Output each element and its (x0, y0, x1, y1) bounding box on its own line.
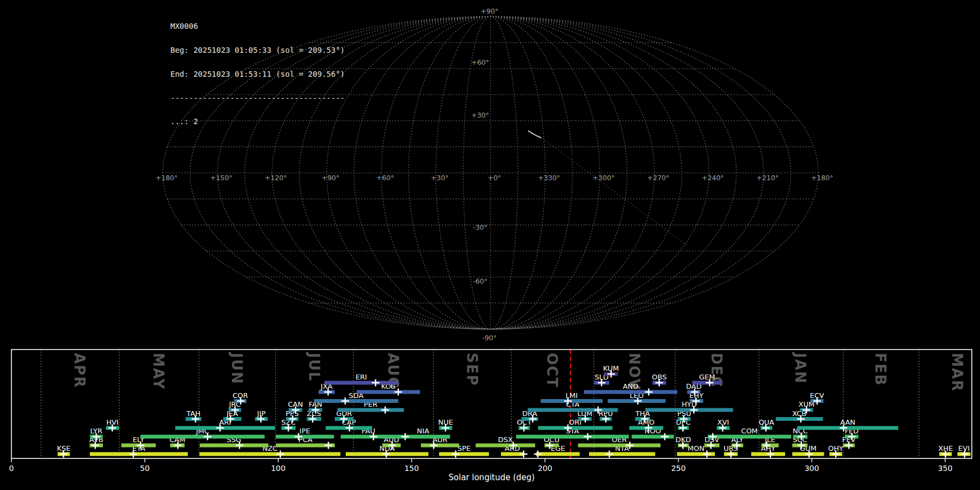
shower-peak-marker (584, 433, 591, 440)
meteor-path-dotted (542, 138, 689, 247)
map-lon-label: +240° (702, 174, 724, 182)
shower-activity-bar (276, 435, 334, 439)
month-label: OCT (544, 353, 560, 388)
shower-activity-bar (584, 390, 678, 394)
shower-code-label: LMI (566, 391, 578, 400)
shower-code-label: NIA (417, 427, 430, 435)
shower-activity-bar (140, 435, 265, 439)
map-lon-label: +300° (592, 174, 615, 182)
shower-peak-marker (645, 389, 653, 396)
shower-activity-bar (439, 452, 489, 456)
shower-code-label: XHE (938, 444, 953, 452)
shower-KUM: KUM (603, 364, 619, 378)
map-lon-label: +0° (488, 174, 501, 182)
shower-LYR: LYR (90, 427, 103, 440)
shower-HVI: HVI (106, 418, 119, 432)
shower-code-label: MON (688, 444, 705, 452)
shower-activity-chart: APRMAYJUNJULAUGSEPOCTNOVDECJANFEBMARKSEE… (9, 350, 972, 482)
shower-XHE: XHE (938, 444, 953, 458)
x-tick-label: 50 (140, 464, 150, 473)
shower-code-label: NUE (438, 418, 453, 426)
shower-KSE: KSE (57, 444, 71, 458)
map-lat-label: +30° (471, 111, 489, 119)
shower-activity-bar (175, 426, 275, 430)
map-meridian (491, 17, 682, 329)
shower-code-label: DSX (498, 436, 513, 444)
shower-NUE: NUE (438, 418, 453, 432)
map-lat-label: +60° (471, 58, 489, 66)
shower-code-label: HVI (106, 418, 119, 426)
shower-code-label: TAH (186, 409, 201, 418)
x-tick-label: 300 (805, 464, 819, 473)
shower-activity-bar (476, 444, 535, 448)
month-label: MAR (949, 353, 965, 392)
shower-OHY: OHY (828, 444, 843, 458)
x-tick-label: 250 (671, 464, 686, 473)
x-axis-title: Solar longitude (deg) (449, 473, 535, 482)
shower-code-label: XVI (717, 418, 729, 426)
shower-code-label: OBS (652, 373, 666, 381)
shower-activity-bar (578, 444, 660, 448)
map-lon-label: +180° (156, 174, 178, 182)
shower-code-label: JIP (256, 409, 266, 418)
shower-OBS: OBS (652, 373, 666, 387)
month-label: FEB (872, 353, 889, 386)
shower-COR: COR (232, 391, 248, 405)
shower-code-label: LYR (90, 427, 103, 435)
shower-XVI: XVI (717, 418, 730, 432)
shower-activity-bar (589, 452, 656, 456)
map-lon-label: +120° (265, 174, 287, 182)
month-label: SEP (464, 353, 480, 387)
shower-code-label: KUM (603, 364, 619, 372)
month-label: JUN (229, 352, 245, 385)
shower-code-label: QUA (758, 418, 774, 426)
shower-code-label: ERI (356, 373, 367, 381)
map-lon-label: +60° (376, 174, 394, 182)
shower-code-label: KSE (57, 444, 71, 452)
map-lat-label: -30° (473, 223, 488, 231)
map-lon-label: +30° (431, 174, 449, 182)
shower-code-label: COR (232, 391, 248, 400)
shower-activity-bar (528, 408, 618, 412)
shower-activity-bar (90, 452, 188, 456)
shower-peak-marker (534, 451, 542, 458)
shower-code-label: AAN (840, 418, 855, 426)
shower-activity-bar (199, 452, 340, 456)
map-lon-label: +180° (811, 174, 834, 182)
shower-peak-marker (324, 442, 332, 449)
shower-peak-marker (661, 433, 669, 440)
shower-CAN: CAN (288, 400, 303, 414)
shower-peak-marker (401, 433, 409, 440)
map-lon-label: +210° (756, 174, 779, 182)
shower-activity-bar (516, 435, 629, 439)
shower-activity-bar (200, 444, 268, 448)
shower-activity-bar (798, 426, 898, 430)
shower-activity-bar (421, 444, 459, 448)
shower-peak-marker (341, 397, 349, 405)
shower-code-label: GEM (699, 373, 715, 381)
shower-QUA: QUA (758, 418, 774, 432)
shower-code-label: AND (623, 382, 639, 390)
x-tick-label: 0 (9, 464, 14, 473)
month-label: JAN (792, 352, 808, 384)
map-lon-label: +270° (647, 174, 670, 182)
map-meridian (354, 17, 491, 329)
map-lon-label: +330° (538, 174, 560, 182)
map-meridian (299, 17, 491, 329)
shower-peak-marker (372, 379, 379, 387)
shower-activity-bar (341, 435, 396, 439)
shower-activity-bar (357, 390, 420, 394)
shower-activity-bar (314, 399, 399, 403)
shower-code-label: OHY (828, 444, 843, 452)
shower-code-label: IPE (299, 427, 310, 435)
shower-activity-bar (538, 426, 612, 430)
meteor-trail (528, 131, 541, 138)
x-tick-label: 350 (938, 464, 953, 473)
x-tick-label: 100 (271, 464, 286, 473)
shower-ECV: ECV (810, 391, 824, 405)
x-tick-label: 200 (538, 464, 553, 473)
month-label: APR (71, 353, 88, 388)
meteor-observation-screen: MX0006 Beg: 20251023 01:05:33 (sol = 209… (0, 0, 980, 490)
map-lat-label: -60° (473, 277, 488, 285)
shower-activity-bar (536, 452, 580, 456)
